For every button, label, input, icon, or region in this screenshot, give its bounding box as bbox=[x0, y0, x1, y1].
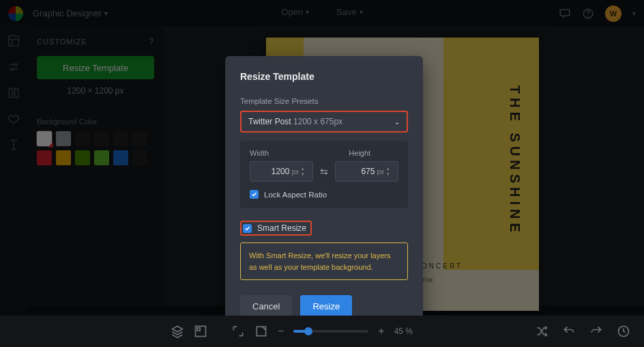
modal-title: Resize Template bbox=[240, 71, 408, 82]
zoom-level: 45 % bbox=[394, 327, 413, 336]
open-menu[interactable]: Open▾ bbox=[281, 7, 309, 17]
layout-icon[interactable] bbox=[7, 34, 20, 48]
svg-point-4 bbox=[15, 64, 17, 66]
stepper-icon[interactable]: ▴▾ bbox=[302, 166, 308, 177]
expand-icon[interactable] bbox=[231, 324, 245, 338]
swatch-grid bbox=[37, 131, 154, 165]
color-swatch[interactable] bbox=[113, 150, 128, 165]
height-label: Height bbox=[349, 149, 398, 157]
color-swatch[interactable] bbox=[75, 150, 90, 165]
width-input[interactable]: 1200 px ▴▾ bbox=[250, 161, 313, 182]
color-swatch[interactable] bbox=[94, 131, 109, 146]
resize-template-button[interactable]: Resize Template bbox=[37, 56, 154, 79]
app-logo bbox=[8, 6, 23, 21]
bg-color-label: Background Color bbox=[37, 117, 154, 126]
svg-rect-6 bbox=[9, 88, 12, 97]
app-title-label: Graphic Designer bbox=[33, 8, 102, 18]
save-menu[interactable]: Save▾ bbox=[336, 7, 363, 17]
chevron-down-icon: ▾ bbox=[104, 10, 108, 17]
height-input[interactable]: 675 px ▴▾ bbox=[335, 161, 398, 182]
undo-icon[interactable] bbox=[562, 324, 576, 338]
svg-rect-0 bbox=[560, 10, 570, 16]
art-title: THE SUNSHINE bbox=[507, 85, 523, 236]
resize-button[interactable]: Resize bbox=[300, 295, 352, 317]
svg-point-2 bbox=[588, 16, 589, 16]
svg-point-5 bbox=[12, 68, 14, 70]
chevron-down-icon[interactable]: ▾ bbox=[632, 10, 636, 17]
color-swatch[interactable] bbox=[132, 150, 147, 165]
columns-icon[interactable] bbox=[7, 86, 20, 100]
avatar[interactable]: W bbox=[605, 5, 621, 22]
resize-modal: Resize Template Template Size Presets Tw… bbox=[225, 56, 423, 331]
template-size-readout: 1200 × 1200 px bbox=[37, 86, 154, 96]
width-label: Width bbox=[250, 149, 299, 157]
swap-dimensions-icon[interactable]: ⇆ bbox=[320, 166, 328, 177]
fit-icon[interactable] bbox=[254, 324, 268, 338]
color-swatch[interactable] bbox=[94, 150, 109, 165]
redo-icon[interactable] bbox=[589, 324, 603, 338]
svg-rect-3 bbox=[9, 36, 19, 46]
history-icon[interactable] bbox=[617, 324, 630, 338]
zoom-out-button[interactable]: − bbox=[278, 325, 284, 337]
preset-select[interactable]: Twitter Post 1200 x 675px ⌄ bbox=[240, 111, 408, 133]
smart-resize-note: With Smart Resize, we'll resize your lay… bbox=[240, 242, 408, 280]
color-swatch[interactable] bbox=[75, 131, 90, 146]
text-icon[interactable] bbox=[7, 138, 20, 152]
color-swatch[interactable] bbox=[37, 131, 52, 146]
lock-aspect-checkbox[interactable]: Lock Aspect Ratio bbox=[250, 190, 398, 199]
sliders-icon[interactable] bbox=[7, 60, 20, 74]
color-swatch[interactable] bbox=[37, 150, 52, 165]
chevron-down-icon: ▾ bbox=[306, 8, 309, 16]
comment-icon[interactable] bbox=[559, 8, 571, 20]
stepper-icon[interactable]: ▴▾ bbox=[387, 166, 394, 177]
heart-icon[interactable] bbox=[7, 112, 20, 126]
svg-rect-7 bbox=[15, 88, 18, 97]
color-swatch[interactable] bbox=[113, 131, 128, 146]
smart-resize-checkbox[interactable]: Smart Resize bbox=[240, 221, 312, 236]
zoom-slider[interactable] bbox=[293, 330, 368, 333]
svg-rect-9 bbox=[197, 328, 200, 331]
chevron-down-icon: ▾ bbox=[360, 8, 363, 16]
shuffle-icon[interactable] bbox=[535, 324, 548, 338]
panel-header: CUSTOMIZE bbox=[37, 38, 87, 46]
app-title-dropdown[interactable]: Graphic Designer ▾ bbox=[33, 8, 108, 18]
preset-label: Template Size Presets bbox=[240, 97, 408, 105]
grid-toggle-icon[interactable] bbox=[194, 324, 207, 338]
zoom-in-button[interactable]: + bbox=[378, 325, 384, 337]
color-swatch[interactable] bbox=[132, 131, 147, 146]
chevron-down-icon: ⌄ bbox=[394, 118, 400, 126]
cancel-button[interactable]: Cancel bbox=[240, 295, 292, 317]
color-swatch[interactable] bbox=[56, 131, 71, 146]
layers-icon[interactable] bbox=[171, 324, 184, 338]
color-swatch[interactable] bbox=[56, 150, 71, 165]
help-icon[interactable] bbox=[582, 8, 594, 20]
help-icon[interactable]: ? bbox=[149, 37, 154, 46]
